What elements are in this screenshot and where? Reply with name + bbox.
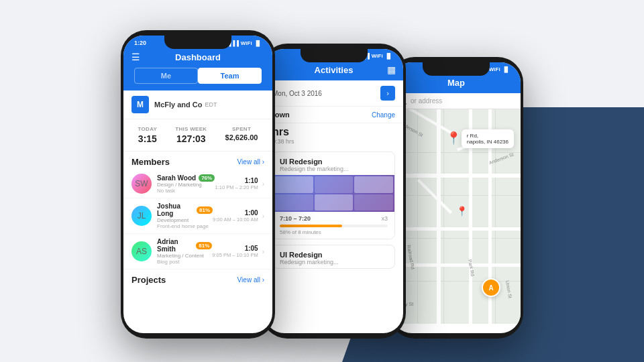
road-h2 [392, 227, 521, 231]
tab-me[interactable]: Me [134, 68, 198, 84]
notch-1 [164, 36, 231, 49]
view-all-members[interactable]: View all › [237, 158, 264, 166]
member-row-adrian[interactable]: AS Adrian Smith 81% Marketing / Content … [123, 234, 272, 269]
avatar-map-pin: A [482, 278, 500, 297]
activity-card-1[interactable]: UI Redesign Redesign the marketing... [272, 152, 395, 239]
map-grid-h1 [392, 152, 521, 153]
phone-3-inner: ▐▐▐ WiFi ▐▌ Map 🔍 or address [392, 62, 521, 333]
adrian-name-row: Adrian Smith 81% [157, 238, 212, 253]
sarah-task: No task [157, 188, 215, 194]
card1-desc: Redesign the marketing... [280, 166, 388, 172]
sarah-name: Sarah Wood [157, 174, 196, 182]
joshua-name: Joshua Long [157, 202, 194, 217]
map-search-bar[interactable]: 🔍 or address [392, 93, 521, 109]
activity-date: Mon, Oct 3 2016 [272, 90, 322, 97]
sarah-time-col: 1:10 1:10 PM – 2:20 PM [215, 177, 258, 190]
menu-icon[interactable]: ☰ [129, 52, 142, 62]
status-time-1: 1:20 [134, 40, 146, 46]
company-name: McFly and Co [154, 101, 203, 109]
adrian-time-col: 1:05 9:05 PM – 10:10 PM [212, 245, 258, 258]
view-all-projects[interactable]: View all › [237, 276, 264, 284]
next-date-button[interactable]: › [380, 86, 395, 101]
stat-spent-value: $2,626.00 [225, 133, 258, 141]
tab-switcher: Me Team [123, 68, 272, 90]
company-row: M McFly and Co EDT [123, 90, 272, 119]
stat-spent-label: SPENT [225, 126, 258, 132]
phone-dashboard: 1:20 ▐▐▐ WiFi ▐▌ ☰ Dashboard Me Team M [121, 30, 275, 339]
joshua-role: Development [157, 217, 213, 223]
card2-desc: Redesign marketing... [280, 259, 388, 265]
projects-title: Projects [131, 275, 166, 285]
member-info-adrian: Adrian Smith 81% Marketing / Content Blo… [157, 238, 212, 265]
map-grid-v1 [417, 109, 418, 324]
avatar-adrian: AS [131, 241, 152, 261]
phone-2-inner: ▐▐▐ WiFi ▐▌ Activities ▦ Mon, Oct 3 2016… [264, 49, 403, 333]
phone-map: ▐▐▐ WiFi ▐▌ Map 🔍 or address [389, 57, 523, 339]
card1-count: x3 [381, 215, 388, 222]
road-label-2: Anderson St [488, 152, 515, 166]
card1-time-row: 7:10 – 7:20 x3 [280, 215, 388, 222]
phones-container: 1:20 ▐▐▐ WiFi ▐▌ ☰ Dashboard Me Team M [0, 0, 644, 362]
card2-header: UI Redesign Redesign marketing... [273, 245, 394, 268]
location-pin-blue: 📍 [456, 206, 468, 217]
card1-progress-label: 58% of 8 minutes [280, 229, 388, 235]
tab-team[interactable]: Team [198, 68, 262, 84]
avatar-sarah: SW [131, 174, 152, 194]
road-v1 [437, 109, 441, 324]
card1-progress-fill [280, 225, 342, 227]
member-info-sarah: Sarah Wood 76% Design / Marketing No tas… [157, 174, 215, 194]
notch-2 [301, 49, 368, 62]
dashboard-title: Dashboard [142, 52, 254, 62]
calendar-icon[interactable]: ▦ [384, 64, 398, 75]
stat-week-label: THIS WEEK [175, 126, 207, 132]
joshua-task: Front-end home page [157, 223, 213, 229]
change-button[interactable]: Change [372, 111, 395, 119]
stat-week-value: 127:03 [175, 133, 207, 144]
member-row-sarah[interactable]: SW Sarah Wood 76% Design / Marketing No … [123, 170, 272, 198]
card2-title: UI Redesign [280, 251, 388, 259]
members-title: Members [131, 157, 170, 167]
joshua-badge: 81% [197, 206, 213, 214]
road-diag3 [417, 179, 452, 214]
phone-activities: ▐▐▐ WiFi ▐▌ Activities ▦ Mon, Oct 3 2016… [262, 44, 406, 339]
stat-today-value: 3:15 [138, 133, 158, 144]
map-title: Map [411, 78, 502, 88]
map-grid-h2 [392, 195, 521, 196]
card1-title: UI Redesign [280, 158, 388, 166]
tooltip-line1: r Rd, [467, 133, 508, 139]
card1-header: UI Redesign Redesign the marketing... [273, 152, 394, 175]
card1-image [273, 175, 394, 212]
member-row-joshua[interactable]: JL Joshua Long 81% Development Front-end… [123, 198, 272, 234]
battery-icon: ▐▌ [254, 40, 262, 46]
road-label-4: Union St [505, 280, 513, 299]
joshua-chevron: › [262, 213, 264, 220]
stat-today: TODAY 3:15 [138, 126, 158, 144]
adrian-time-range: 9:05 PM – 10:10 PM [212, 252, 258, 258]
adrian-role: Marketing / Content [157, 253, 212, 259]
company-avatar: M [131, 96, 149, 113]
sarah-role: Design / Marketing [157, 182, 215, 188]
joshua-time-range: 9:00 AM – 10:00 AM [213, 217, 258, 223]
stats-row: TODAY 3:15 THIS WEEK 127:03 SPENT $2,626… [123, 119, 272, 152]
adrian-task: Blog post [157, 259, 212, 265]
location-row: town Change [264, 107, 403, 123]
hours-row: hrs 0:38 hrs [264, 123, 403, 146]
wifi-icon-3: WiFi [489, 66, 500, 72]
activity-card-2[interactable]: UI Redesign Redesign marketing... [272, 245, 395, 269]
card1-footer: 7:10 – 7:20 x3 58% of 8 minutes [273, 212, 394, 239]
joshua-time: 1:00 [213, 209, 258, 217]
sarah-chevron: › [262, 180, 264, 188]
wifi-icon-2: WiFi [372, 53, 383, 59]
avatar-joshua: JL [131, 206, 152, 226]
members-header: Members View all › [123, 152, 272, 170]
adrian-time: 1:05 [212, 245, 258, 252]
activities-title: Activities [283, 65, 384, 75]
map-area[interactable]: 📍 📍 r Rd, napolis, IN 46236 A Anderson S… [392, 109, 521, 324]
battery-icon-3: ▐▌ [502, 66, 510, 72]
nav-bar-3: Map [392, 74, 521, 93]
phone-1-inner: 1:20 ▐▐▐ WiFi ▐▌ ☰ Dashboard Me Team M [123, 36, 272, 333]
nav-bar-1: ☰ Dashboard [123, 48, 272, 68]
wifi-icon: WiFi [241, 40, 252, 46]
card1-progress-bar [280, 225, 388, 227]
adrian-chevron: › [262, 248, 264, 255]
